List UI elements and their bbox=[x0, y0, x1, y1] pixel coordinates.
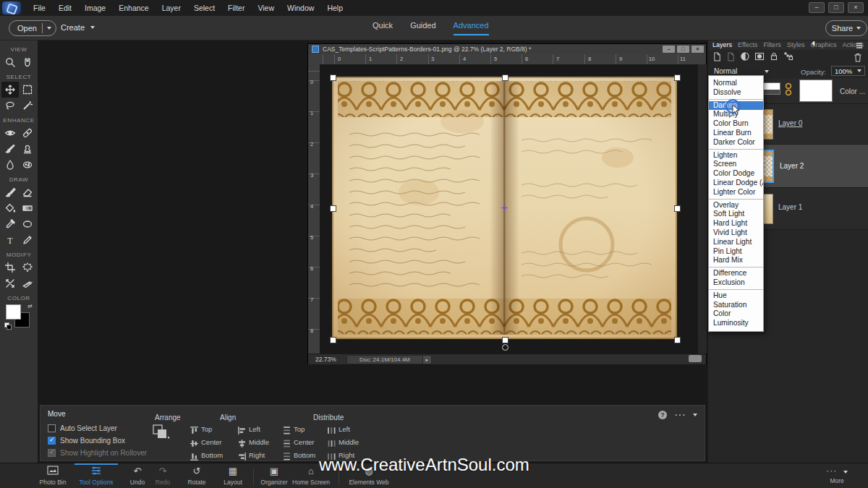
taskbar-more[interactable]: ··· More bbox=[826, 466, 848, 484]
blend-option-darker-color[interactable]: Darker Color bbox=[709, 138, 763, 147]
distribute-middle-icon[interactable] bbox=[327, 438, 336, 448]
foreground-color-swatch[interactable] bbox=[6, 304, 21, 320]
sponge-tool-icon[interactable] bbox=[19, 157, 36, 173]
doc-maximize-icon[interactable]: □ bbox=[677, 46, 689, 53]
taskbar-tool-options[interactable]: Tool Options bbox=[75, 466, 118, 486]
collapse-panel-icon[interactable] bbox=[693, 414, 697, 416]
blend-option-pin-light[interactable]: Pin Light bbox=[709, 247, 763, 257]
opacity-select[interactable]: 100% bbox=[831, 66, 865, 76]
align-middle[interactable]: Middle bbox=[249, 438, 269, 446]
color-swatches[interactable]: ⇄ bbox=[4, 303, 33, 329]
tab-layers[interactable]: Layers bbox=[712, 41, 732, 48]
layer-name[interactable]: Layer 0 bbox=[778, 119, 802, 127]
align-top[interactable]: Top bbox=[201, 425, 212, 433]
clone-stamp-tool-icon[interactable] bbox=[19, 141, 36, 157]
close-window-icon[interactable]: × bbox=[848, 2, 864, 13]
blend-option-hard-light[interactable]: Hard Light bbox=[709, 219, 763, 228]
share-button[interactable]: Share bbox=[825, 20, 867, 36]
recompose-tool-icon[interactable] bbox=[1, 275, 19, 291]
quick-selection-tool-icon[interactable] bbox=[19, 98, 36, 114]
distribute-left[interactable]: Left bbox=[339, 425, 350, 433]
taskbar-layout[interactable]: ▦ Layout bbox=[211, 466, 255, 486]
brush-tool-icon[interactable] bbox=[1, 184, 19, 200]
menu-help[interactable]: Help bbox=[320, 0, 349, 16]
blend-option-color[interactable]: Color bbox=[709, 309, 763, 319]
tab-advanced[interactable]: Advanced bbox=[454, 21, 489, 35]
move-tool-icon[interactable] bbox=[1, 82, 19, 98]
layer-name[interactable]: Color ... bbox=[840, 87, 865, 95]
blend-option-luminosity[interactable]: Luminosity bbox=[709, 319, 763, 328]
transform-handle[interactable] bbox=[674, 205, 681, 212]
zoom-level[interactable]: 22.73% bbox=[315, 356, 336, 363]
lock-all-icon[interactable] bbox=[769, 51, 779, 64]
tab-guided[interactable]: Guided bbox=[410, 21, 435, 35]
type-tool-icon[interactable]: T bbox=[1, 232, 19, 248]
distribute-left-icon[interactable] bbox=[327, 425, 336, 435]
canvas[interactable] bbox=[320, 64, 697, 354]
menu-filter[interactable]: Filter bbox=[221, 0, 251, 16]
menu-file[interactable]: File bbox=[27, 0, 52, 16]
marquee-tool-icon[interactable] bbox=[19, 82, 36, 98]
menu-image[interactable]: Image bbox=[78, 0, 112, 16]
pencil-tool-icon[interactable] bbox=[19, 232, 36, 248]
eyedropper-tool-icon[interactable] bbox=[1, 216, 19, 232]
menu-window[interactable]: Window bbox=[281, 0, 320, 16]
horizontal-scrollbar-thumb[interactable] bbox=[689, 355, 702, 362]
blend-option-overlay[interactable]: Overlay bbox=[709, 201, 763, 210]
lock-transparent-pixels-icon[interactable] bbox=[783, 51, 793, 64]
transform-handle[interactable] bbox=[330, 205, 336, 212]
taskbar-photo-bin[interactable]: Photo Bin bbox=[31, 466, 75, 486]
distribute-top[interactable]: Top bbox=[294, 425, 305, 433]
show-highlight-on-rollover-checkbox[interactable]: Show Highlight on Rollover bbox=[48, 449, 147, 457]
eraser-tool-icon[interactable] bbox=[19, 184, 36, 200]
transform-handle[interactable] bbox=[502, 74, 509, 81]
blend-option-linear-light[interactable]: Linear Light bbox=[709, 238, 763, 247]
blend-option-linear-burn[interactable]: Linear Burn bbox=[709, 129, 763, 138]
document-size-info[interactable]: Doc: 24.1M/104.4M bbox=[346, 355, 423, 364]
blend-option-normal[interactable]: Normal bbox=[709, 79, 763, 88]
layer-name[interactable]: Layer 1 bbox=[778, 203, 802, 211]
transform-handle[interactable] bbox=[330, 74, 336, 81]
contrast-icon[interactable]: ◐ bbox=[812, 37, 817, 48]
distribute-top-icon[interactable] bbox=[282, 425, 292, 435]
menu-enhance[interactable]: Enhance bbox=[112, 0, 155, 16]
tab-styles[interactable]: Styles bbox=[787, 41, 805, 48]
blend-option-vivid-light[interactable]: Vivid Light bbox=[709, 228, 763, 238]
vertical-scrollbar[interactable] bbox=[697, 64, 707, 354]
align-middle-icon[interactable] bbox=[237, 438, 247, 448]
blend-option-linear-dodge[interactable]: Linear Dodge (Add) bbox=[709, 179, 763, 188]
auto-select-layer-checkbox[interactable]: Auto Select Layer bbox=[48, 424, 117, 432]
menu-layer[interactable]: Layer bbox=[156, 0, 187, 16]
minimize-window-icon[interactable]: – bbox=[809, 2, 825, 13]
default-colors-icon[interactable] bbox=[4, 322, 11, 329]
smart-brush-tool-icon[interactable] bbox=[1, 141, 19, 157]
shape-tool-icon[interactable] bbox=[19, 216, 36, 232]
blend-option-dissolve[interactable]: Dissolve bbox=[709, 88, 763, 98]
crop-tool-icon[interactable] bbox=[1, 260, 19, 275]
paint-bucket-tool-icon[interactable] bbox=[1, 200, 19, 216]
menu-select[interactable]: Select bbox=[187, 0, 221, 16]
create-button[interactable]: Create bbox=[61, 20, 95, 35]
blend-option-lighter-color[interactable]: Lighter Color bbox=[709, 188, 763, 197]
distribute-bottom[interactable]: Bottom bbox=[294, 451, 315, 459]
tab-filters[interactable]: Filters bbox=[763, 41, 781, 48]
menu-view[interactable]: View bbox=[251, 0, 281, 16]
lasso-tool-icon[interactable] bbox=[1, 98, 19, 114]
status-expand-icon[interactable]: ▸ bbox=[423, 355, 432, 364]
blend-option-color-dodge[interactable]: Color Dodge bbox=[709, 169, 763, 179]
align-bottom[interactable]: Bottom bbox=[201, 451, 223, 459]
hand-tool-icon[interactable] bbox=[19, 54, 36, 70]
more-options-icon[interactable]: ··· bbox=[674, 408, 686, 421]
doc-close-icon[interactable]: × bbox=[692, 46, 704, 53]
align-right-icon[interactable] bbox=[237, 451, 247, 461]
swap-colors-icon[interactable]: ⇄ bbox=[27, 303, 33, 309]
distribute-middle[interactable]: Middle bbox=[339, 438, 359, 446]
blend-option-hue[interactable]: Hue bbox=[709, 291, 763, 301]
transform-handle[interactable] bbox=[502, 337, 509, 343]
align-left[interactable]: Left bbox=[249, 425, 260, 433]
blur-tool-icon[interactable] bbox=[1, 157, 19, 173]
gradient-tool-icon[interactable] bbox=[19, 200, 36, 216]
blend-option-exclusion[interactable]: Exclusion bbox=[709, 278, 763, 288]
rotate-handle[interactable] bbox=[502, 344, 509, 351]
add-layer-mask-icon[interactable] bbox=[754, 51, 765, 64]
